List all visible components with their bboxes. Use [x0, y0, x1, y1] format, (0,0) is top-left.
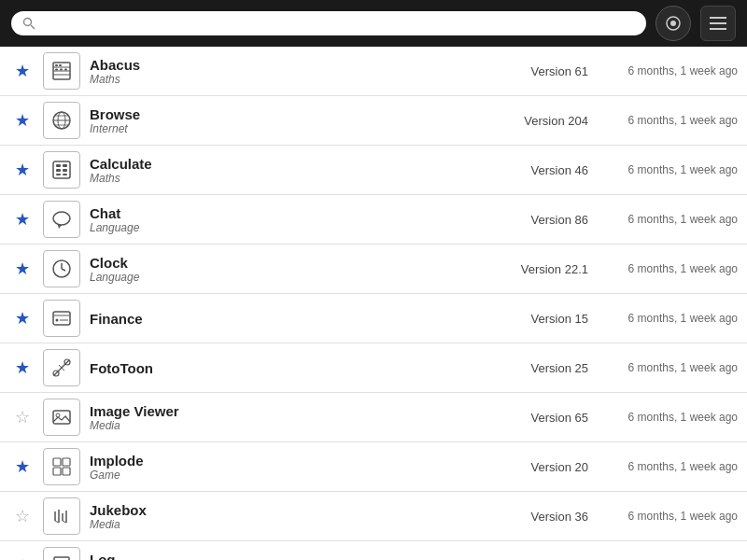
app-version: Version 22.1	[476, 262, 588, 276]
app-version: Version 36	[476, 510, 588, 524]
app-category: Media	[90, 419, 476, 432]
header	[0, 0, 747, 47]
svg-rect-24	[56, 169, 61, 172]
app-icon	[43, 300, 80, 337]
svg-rect-23	[63, 164, 67, 167]
app-category: Game	[90, 469, 476, 482]
svg-rect-33	[53, 312, 70, 325]
list-item[interactable]: ★ Finance Version 15 6 months, 1 week ag…	[0, 294, 747, 343]
app-version: Version 65	[476, 411, 588, 425]
list-item[interactable]: ★ Abacus Maths Version 61 6 months, 1 we…	[0, 47, 747, 96]
app-time: 6 months, 1 week ago	[588, 163, 738, 176]
app-icon	[43, 448, 80, 485]
list-item[interactable]: ★ Implode Game Version 20 6 months, 1 we…	[0, 442, 747, 492]
app-icon	[43, 399, 80, 436]
svg-rect-14	[60, 69, 63, 71]
star-button[interactable]: ★	[9, 357, 35, 378]
app-time: 6 months, 1 week ago	[588, 213, 738, 226]
app-time: 6 months, 1 week ago	[588, 262, 738, 275]
app-time: 6 months, 1 week ago	[588, 114, 738, 127]
app-icon	[43, 52, 80, 90]
list-item[interactable]: ☆ Image Viewer Media Version 65 6 months…	[0, 393, 747, 442]
svg-rect-22	[56, 164, 61, 167]
svg-rect-45	[53, 468, 61, 475]
svg-point-28	[53, 212, 70, 225]
search-bar	[11, 11, 646, 35]
app-category: Internet	[90, 122, 476, 135]
star-button[interactable]: ☆	[9, 506, 35, 526]
menu-button[interactable]	[700, 6, 736, 41]
app-version: Version 25	[476, 361, 588, 375]
app-version: Version 20	[476, 460, 588, 474]
app-category: Language	[90, 271, 476, 284]
svg-rect-43	[53, 458, 61, 466]
svg-rect-27	[63, 174, 67, 175]
svg-rect-13	[55, 69, 58, 71]
app-category: Maths	[90, 73, 476, 86]
menu-icon	[710, 17, 726, 30]
list-item[interactable]: ★ Browse Internet Version 204 6 months, …	[0, 96, 747, 146]
app-time: 6 months, 1 week ago	[588, 460, 738, 473]
app-name: FotoToon	[90, 360, 476, 376]
app-name: Abacus	[90, 57, 476, 73]
star-button[interactable]: ★	[9, 308, 35, 329]
list-item[interactable]: ★ Calculate Maths Version 46 6 months, 1…	[0, 146, 747, 195]
search-input[interactable]	[41, 16, 635, 31]
star-button[interactable]: ★	[9, 61, 35, 81]
star-button[interactable]: ☆	[9, 555, 35, 560]
app-version: Version 204	[476, 114, 588, 128]
app-icon	[43, 349, 80, 386]
search-icon	[22, 17, 35, 30]
app-icon	[43, 497, 80, 535]
app-name: Calculate	[90, 156, 476, 172]
app-time: 6 months, 1 week ago	[588, 510, 738, 523]
svg-rect-44	[63, 458, 70, 466]
app-name: Clock	[90, 255, 476, 271]
svg-rect-15	[64, 69, 67, 71]
app-icon	[43, 250, 80, 287]
app-icon	[43, 151, 80, 189]
list-item[interactable]: ★ Chat Language Version 86 6 months, 1 w…	[0, 195, 747, 245]
star-button[interactable]: ★	[9, 160, 35, 180]
app-time: 6 months, 1 week ago	[588, 312, 738, 325]
app-category: Media	[90, 518, 476, 531]
app-name: Browse	[90, 106, 476, 122]
app-name: Image Viewer	[90, 403, 476, 419]
svg-point-0	[24, 19, 32, 26]
record-button[interactable]	[655, 6, 691, 41]
app-version: Version 15	[476, 312, 588, 326]
app-time: 6 months, 1 week ago	[588, 411, 738, 424]
svg-rect-41	[53, 411, 70, 424]
svg-rect-21	[53, 161, 70, 178]
list-item[interactable]: ★ FotoToon Version 25 6 months, 1 week a…	[0, 343, 747, 393]
app-icon	[43, 201, 80, 238]
app-version: Version 61	[476, 64, 588, 78]
star-button[interactable]: ★	[9, 209, 35, 230]
app-list: ★ Abacus Maths Version 61 6 months, 1 we…	[0, 47, 747, 560]
star-button[interactable]: ☆	[9, 407, 35, 427]
list-item[interactable]: ☆ Log System, Programming Version 41 6 m…	[0, 541, 747, 560]
app-name: Chat	[90, 205, 476, 221]
record-icon	[665, 15, 682, 32]
app-time: 6 months, 1 week ago	[588, 361, 738, 374]
svg-marker-29	[58, 225, 62, 229]
star-button[interactable]: ★	[9, 259, 35, 279]
app-version: Version 86	[476, 213, 588, 227]
svg-point-3	[670, 21, 676, 26]
star-button[interactable]: ★	[9, 110, 35, 131]
star-button[interactable]: ★	[9, 456, 35, 477]
app-icon	[43, 547, 80, 560]
app-category: Maths	[90, 172, 476, 185]
svg-rect-26	[56, 174, 61, 175]
svg-rect-46	[63, 468, 70, 475]
app-icon	[43, 102, 80, 139]
app-version: Version 46	[476, 163, 588, 177]
app-name: Finance	[90, 311, 476, 327]
app-category: Language	[90, 221, 476, 234]
app-time: 6 months, 1 week ago	[588, 64, 738, 77]
list-item[interactable]: ★ Clock Language Version 22.1 6 months, …	[0, 245, 747, 294]
list-item[interactable]: ☆ Jukebox Media Version 36 6 months, 1 w…	[0, 492, 747, 541]
svg-rect-12	[59, 64, 62, 66]
svg-rect-25	[63, 169, 67, 172]
svg-rect-11	[55, 64, 58, 66]
